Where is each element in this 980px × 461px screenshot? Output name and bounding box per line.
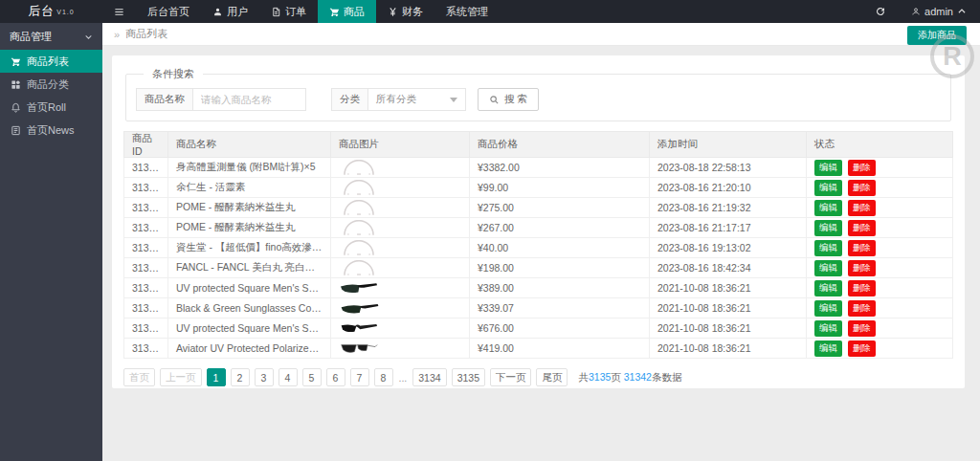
add-product-button[interactable]: 添加商品 xyxy=(907,26,967,45)
cell-add-time: 2023-08-16 21:19:32 xyxy=(650,198,807,218)
search-button[interactable]: 搜 索 xyxy=(478,88,539,111)
delete-button[interactable]: 删除 xyxy=(848,180,876,196)
edit-button[interactable]: 编辑 xyxy=(814,320,842,337)
page-next-button[interactable]: 下一页 xyxy=(490,368,532,386)
page-prev-button[interactable]: 上一页 xyxy=(160,368,202,386)
page-number-button[interactable]: 3135 xyxy=(452,368,485,386)
edit-button[interactable]: 编辑 xyxy=(814,180,842,196)
page-number-button[interactable]: 3 xyxy=(255,368,274,386)
sidebar-group-product-management[interactable]: 商品管理 xyxy=(0,23,102,50)
page-number-button[interactable]: 6 xyxy=(326,368,345,386)
page-last-button[interactable]: 尾页 xyxy=(536,368,568,386)
cell-product-image xyxy=(331,198,470,218)
cart-icon xyxy=(11,56,21,67)
nav-item-products[interactable]: 商品 xyxy=(318,0,376,23)
cell-product-price: ¥275.00 xyxy=(470,198,650,218)
pagination: 首页 上一页 1 2 3 4 5 6 7 8 ... 3134 3135 下一页… xyxy=(123,368,953,386)
cell-product-price: ¥419.00 xyxy=(470,339,650,359)
edit-button[interactable]: 编辑 xyxy=(814,200,842,216)
table-row: 31334 Aviator UV Protected Polarized Bla… xyxy=(124,339,953,359)
user-menu[interactable]: admin xyxy=(898,0,980,23)
sidebar-item-home-roll[interactable]: 首页Roll xyxy=(0,96,102,119)
page-number-button[interactable]: 4 xyxy=(278,368,298,386)
product-name-input[interactable] xyxy=(193,88,306,111)
breadcrumb-label: 商品列表 xyxy=(125,27,167,41)
broken-image-placeholder-icon xyxy=(339,200,379,216)
cell-add-time: 2023-08-18 22:58:13 xyxy=(650,158,807,178)
page-number-button[interactable]: 8 xyxy=(374,368,393,386)
page-number-button[interactable]: 7 xyxy=(350,368,369,386)
nav-item-users[interactable]: 用户 xyxy=(201,0,259,23)
cell-status: 编辑删除 xyxy=(807,339,953,359)
nav-item-finance[interactable]: 财务 xyxy=(376,0,434,23)
breadcrumb-arrow: » xyxy=(114,29,120,40)
cart-icon xyxy=(329,7,340,17)
broken-image-placeholder-icon xyxy=(339,260,379,276)
sidebar: 商品管理 商品列表 商品分类 首页Roll 首页News xyxy=(0,23,102,461)
delete-button[interactable]: 删除 xyxy=(848,280,876,296)
delete-button[interactable]: 删除 xyxy=(848,320,876,337)
product-name-label: 商品名称 xyxy=(136,88,193,111)
header-product-price: 商品价格 xyxy=(470,132,650,158)
sidebar-item-home-news[interactable]: 首页News xyxy=(0,119,102,142)
refresh-button[interactable] xyxy=(863,0,898,23)
edit-button[interactable]: 编辑 xyxy=(814,160,842,176)
sunglasses-side-view-icon xyxy=(339,280,379,296)
category-icon xyxy=(11,79,21,90)
select-caret-icon xyxy=(450,98,457,102)
table-row: 31347 POME - 醱酵素納米益生丸 ¥275.00 2023-08-16… xyxy=(124,198,953,218)
yen-icon xyxy=(388,7,398,17)
header-status: 状态 xyxy=(807,132,953,158)
edit-button[interactable]: 编辑 xyxy=(814,260,842,276)
delete-button[interactable]: 删除 xyxy=(848,240,876,256)
delete-button[interactable]: 删除 xyxy=(848,200,876,216)
sidebar-item-product-categories[interactable]: 商品分类 xyxy=(0,73,102,96)
cell-product-id: 31347 xyxy=(124,198,168,218)
sunglasses-side-view-icon xyxy=(339,300,379,317)
cell-add-time: 2023-08-16 21:17:17 xyxy=(650,218,807,238)
delete-button[interactable]: 删除 xyxy=(848,160,876,176)
pagination-summary: 共3135页 31342条数据 xyxy=(578,371,681,384)
edit-button[interactable]: 编辑 xyxy=(814,240,842,256)
edit-button[interactable]: 编辑 xyxy=(814,340,842,357)
hamburger-menu-button[interactable] xyxy=(102,0,136,23)
page-number-button[interactable]: 2 xyxy=(231,368,250,386)
page-number-button[interactable]: 1 xyxy=(207,368,226,386)
cell-status: 编辑删除 xyxy=(807,178,953,198)
cell-product-image xyxy=(331,258,470,278)
broken-image-placeholder-icon xyxy=(339,220,379,236)
cell-add-time: 2023-08-16 21:20:10 xyxy=(650,178,807,198)
edit-button[interactable]: 编辑 xyxy=(814,300,842,317)
delete-button[interactable]: 删除 xyxy=(848,260,876,276)
navbar-right: admin xyxy=(863,0,980,23)
delete-button[interactable]: 删除 xyxy=(848,220,876,236)
nav-item-home[interactable]: 后台首页 xyxy=(136,0,201,23)
cell-product-price: ¥676.00 xyxy=(470,318,650,339)
user-icon xyxy=(212,7,223,17)
delete-button[interactable]: 删除 xyxy=(848,300,876,317)
edit-button[interactable]: 编辑 xyxy=(814,280,842,296)
broken-image-placeholder-icon xyxy=(339,160,379,176)
nav-item-system[interactable]: 系统管理 xyxy=(434,0,500,23)
table-row: 31349 身高體重測量儀 (附BMI計算)×5 ¥3382.00 2023-0… xyxy=(124,158,953,178)
header-add-time: 添加时间 xyxy=(650,132,807,158)
username: admin xyxy=(924,6,953,17)
cell-product-id: 31334 xyxy=(124,339,168,359)
cell-product-id: 31346 xyxy=(124,218,168,238)
nav-item-orders[interactable]: 订单 xyxy=(259,0,318,23)
cell-status: 编辑删除 xyxy=(807,198,953,218)
sidebar-item-product-list[interactable]: 商品列表 xyxy=(0,50,102,73)
cell-product-image xyxy=(331,218,470,238)
table-row: 31337 UV protected Square Men's Sunglass… xyxy=(124,278,953,298)
page-number-button[interactable]: 3134 xyxy=(412,368,446,386)
page-number-button[interactable]: 5 xyxy=(302,368,322,386)
category-select[interactable]: 所有分类 xyxy=(368,88,466,111)
delete-button[interactable]: 删除 xyxy=(848,340,876,357)
broken-image-placeholder-icon xyxy=(339,180,379,196)
breadcrumb: » 商品列表 xyxy=(102,23,980,46)
page-first-button[interactable]: 首页 xyxy=(123,368,155,386)
edit-button[interactable]: 编辑 xyxy=(814,220,842,236)
cell-add-time: 2021-10-08 18:36:21 xyxy=(650,339,807,359)
cell-product-image xyxy=(331,158,470,178)
app-logo: 后台 V1.0 xyxy=(0,0,102,23)
